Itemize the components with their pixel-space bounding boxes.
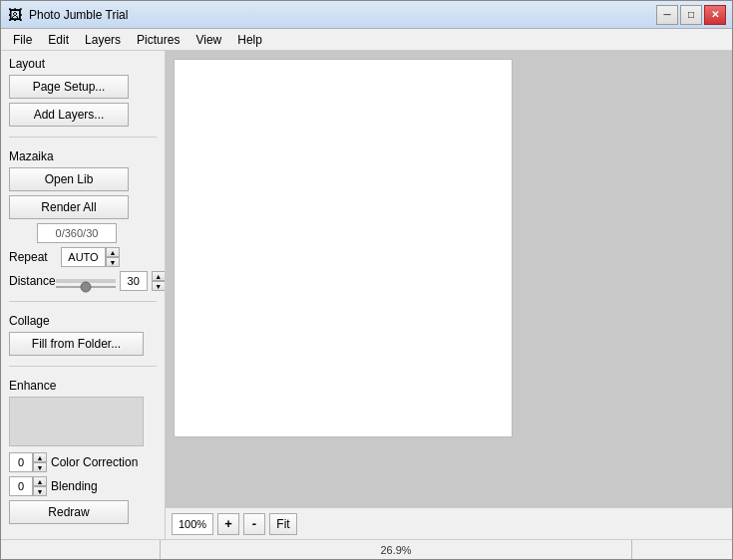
menu-help[interactable]: Help bbox=[229, 31, 270, 49]
separator-3 bbox=[9, 366, 157, 367]
enhance-preview bbox=[9, 397, 144, 446]
fit-button[interactable]: Fit bbox=[269, 513, 297, 535]
collage-section-label: Collage bbox=[9, 314, 157, 328]
separator-2 bbox=[9, 301, 157, 302]
window-controls: ─ □ ✕ bbox=[656, 5, 726, 25]
maximize-button[interactable]: □ bbox=[680, 5, 702, 25]
distance-label: Distance bbox=[9, 274, 56, 288]
distance-slider-container: 30 ▲ ▼ bbox=[56, 271, 166, 291]
open-lib-button[interactable]: Open Lib bbox=[9, 167, 129, 191]
repeat-label: Repeat bbox=[9, 250, 61, 264]
window-title: Photo Jumble Trial bbox=[29, 8, 656, 22]
status-center: 26.9% bbox=[161, 540, 632, 559]
distance-slider-track bbox=[56, 279, 116, 283]
page-setup-button[interactable]: Page Setup... bbox=[9, 75, 129, 99]
distance-slider[interactable] bbox=[56, 273, 116, 289]
bottom-toolbar: 100% + - Fit bbox=[166, 507, 732, 539]
color-correction-value[interactable]: 0 bbox=[9, 452, 33, 472]
menu-pictures[interactable]: Pictures bbox=[129, 31, 187, 49]
canvas-white bbox=[174, 59, 513, 437]
status-right bbox=[632, 540, 732, 559]
menu-layers[interactable]: Layers bbox=[77, 31, 129, 49]
menu-edit[interactable]: Edit bbox=[40, 31, 77, 49]
add-layers-button[interactable]: Add Layers... bbox=[9, 103, 129, 127]
distance-row: Distance 30 ▲ ▼ bbox=[9, 271, 157, 291]
render-all-button[interactable]: Render All bbox=[9, 195, 129, 219]
redraw-button[interactable]: Redraw bbox=[9, 500, 129, 524]
color-correction-spinner: ▲ ▼ bbox=[33, 452, 47, 472]
repeat-up-button[interactable]: ▲ bbox=[106, 247, 120, 257]
zoom-out-button[interactable]: - bbox=[243, 513, 265, 535]
distance-spinner-buttons: ▲ ▼ bbox=[152, 271, 166, 291]
repeat-spinner-buttons: ▲ ▼ bbox=[106, 247, 120, 267]
left-panel: Layout Page Setup... Add Layers... Mazai… bbox=[1, 51, 166, 539]
color-correction-down-button[interactable]: ▼ bbox=[33, 462, 47, 472]
distance-up-button[interactable]: ▲ bbox=[152, 271, 166, 281]
blending-label: Blending bbox=[51, 479, 98, 493]
canvas-area: 100% + - Fit bbox=[166, 51, 732, 539]
status-percentage: 26.9% bbox=[380, 544, 411, 556]
enhance-section-label: Enhance bbox=[9, 379, 157, 393]
color-correction-label: Color Correction bbox=[51, 455, 138, 469]
zoom-in-button[interactable]: + bbox=[217, 513, 239, 535]
distance-down-button[interactable]: ▼ bbox=[152, 281, 166, 291]
menu-file[interactable]: File bbox=[5, 31, 40, 49]
blending-up-button[interactable]: ▲ bbox=[33, 476, 47, 486]
mazaika-section-label: Mazaika bbox=[9, 149, 157, 163]
canvas-content bbox=[166, 51, 732, 507]
repeat-down-button[interactable]: ▼ bbox=[106, 257, 120, 267]
blending-value[interactable]: 0 bbox=[9, 476, 33, 496]
slider-svg bbox=[56, 279, 116, 295]
fill-from-folder-button[interactable]: Fill from Folder... bbox=[9, 332, 144, 356]
minimize-button[interactable]: ─ bbox=[656, 5, 678, 25]
status-left bbox=[1, 540, 161, 559]
title-bar: 🖼 Photo Jumble Trial ─ □ ✕ bbox=[1, 1, 732, 29]
repeat-spinner: AUTO ▲ ▼ bbox=[61, 247, 120, 267]
close-button[interactable]: ✕ bbox=[704, 5, 726, 25]
distance-value[interactable]: 30 bbox=[120, 271, 148, 291]
status-bar: 26.9% bbox=[1, 539, 732, 559]
blending-down-button[interactable]: ▼ bbox=[33, 486, 47, 496]
repeat-value[interactable]: AUTO bbox=[61, 247, 106, 267]
canvas-right-strip bbox=[513, 59, 607, 507]
main-area: Layout Page Setup... Add Layers... Mazai… bbox=[1, 51, 732, 539]
app-icon: 🖼 bbox=[7, 7, 23, 23]
svg-point-1 bbox=[81, 282, 91, 292]
menu-view[interactable]: View bbox=[187, 31, 229, 49]
blending-row: 0 ▲ ▼ Blending bbox=[9, 476, 157, 496]
color-correction-up-button[interactable]: ▲ bbox=[33, 452, 47, 462]
layout-section-label: Layout bbox=[9, 57, 157, 71]
blending-spinner: ▲ ▼ bbox=[33, 476, 47, 496]
zoom-level-display: 100% bbox=[172, 513, 213, 535]
menu-bar: File Edit Layers Pictures View Help bbox=[1, 29, 732, 51]
separator-1 bbox=[9, 137, 157, 138]
color-correction-row: 0 ▲ ▼ Color Correction bbox=[9, 452, 157, 472]
repeat-row: Repeat AUTO ▲ ▼ bbox=[9, 247, 157, 267]
main-window: 🖼 Photo Jumble Trial ─ □ ✕ File Edit Lay… bbox=[0, 0, 733, 560]
render-counter: 0/360/30 bbox=[37, 223, 117, 243]
